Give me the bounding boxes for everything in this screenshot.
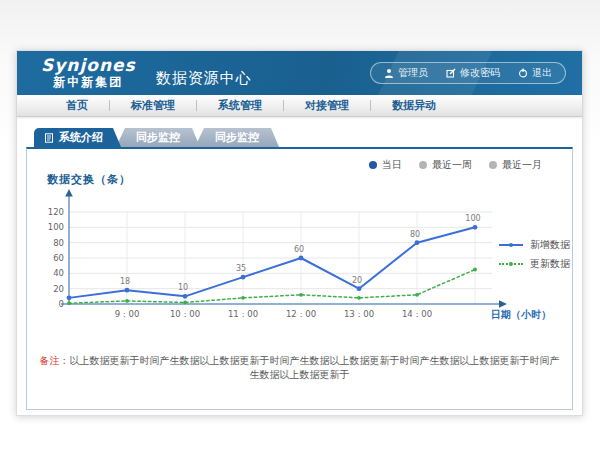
user-icon [384, 68, 394, 78]
series-point[interactable] [299, 256, 304, 261]
tab-1[interactable]: 同步监控 [116, 128, 200, 147]
point-value-label: 20 [352, 276, 362, 285]
tab-0-active[interactable]: 系统介绍 [34, 128, 121, 147]
series-point[interactable] [299, 293, 303, 297]
y-axis-arrow [65, 189, 73, 197]
x-tick-label: 11：00 [228, 309, 258, 319]
radio-dot[interactable] [369, 161, 377, 169]
radio-option-0[interactable]: 当日 [369, 158, 402, 172]
app-header: Synjones 新中新集团 数据资源中心 管理员修改密码退出 [17, 51, 582, 95]
x-axis-arrow [499, 300, 507, 308]
y-tick-label: 20 [53, 284, 64, 294]
series-point[interactable] [473, 225, 478, 230]
user-menu-label: 修改密码 [460, 66, 500, 80]
footnote-prefix: 备注： [40, 355, 70, 366]
series-line-1 [69, 270, 475, 304]
logo-text-cn: 新中新集团 [41, 76, 136, 90]
series-point[interactable] [415, 240, 420, 245]
point-value-label: 18 [120, 277, 130, 286]
series-point[interactable] [183, 301, 187, 305]
series-point[interactable] [67, 295, 72, 300]
tab-label: 系统介绍 [59, 128, 103, 147]
nav-item-3[interactable]: 对接管理 [284, 98, 370, 113]
footnote-text: 以上数据更新于时间产生数据以上数据更新于时间产生数据以上数据更新于时间产生数据以… [70, 355, 560, 380]
y-tick-label: 80 [53, 238, 64, 248]
series-point[interactable] [357, 296, 361, 300]
radio-label: 当日 [382, 158, 402, 172]
series-point[interactable] [357, 286, 362, 291]
series-point[interactable] [125, 288, 130, 293]
footnote: 备注：以上数据更新于时间产生数据以上数据更新于时间产生数据以上数据更新于时间产生… [37, 354, 562, 382]
y-tick-label: 100 [48, 222, 64, 232]
series-point[interactable] [241, 275, 246, 280]
y-tick-label: 40 [53, 268, 64, 278]
app-window: Synjones 新中新集团 数据资源中心 管理员修改密码退出 首页标准管理系统… [16, 50, 583, 416]
nav-item-1[interactable]: 标准管理 [110, 98, 196, 113]
series-point[interactable] [415, 293, 419, 297]
legend-label: 更新数据 [530, 257, 570, 271]
radio-dot[interactable] [419, 161, 427, 169]
series-point[interactable] [125, 299, 129, 303]
chart-panel: 当日最近一周最近一月 数据交换（条） 0204060801001209：0010… [26, 147, 573, 410]
point-value-label: 60 [294, 245, 304, 254]
radio-label: 最近一月 [502, 158, 542, 172]
y-axis-title: 数据交换（条） [47, 172, 131, 187]
logo-text-en: Synjones [41, 56, 136, 76]
user-menu-item-0[interactable]: 管理员 [375, 66, 437, 80]
tab-label: 同步监控 [215, 131, 259, 144]
series-legend: 新增数据更新数据 [499, 235, 570, 273]
tab-bar: 系统介绍同步监控同步监控 [34, 128, 279, 147]
document-icon [44, 133, 54, 143]
legend-item-0[interactable]: 新增数据 [499, 235, 570, 254]
x-tick-label: 12：00 [286, 309, 316, 319]
x-axis-title: 日期（小时） [491, 309, 551, 320]
point-value-label: 100 [465, 214, 480, 223]
y-tick-label: 0 [59, 299, 64, 309]
tab-label: 同步监控 [136, 131, 180, 144]
tab-2[interactable]: 同步监控 [195, 128, 279, 147]
legend-line-sample [499, 244, 523, 246]
point-value-label: 35 [236, 264, 246, 273]
series-point[interactable] [183, 294, 188, 299]
user-menu-label: 管理员 [398, 66, 428, 80]
time-range-filter: 当日最近一周最近一月 [369, 158, 542, 172]
x-tick-label: 14：00 [402, 309, 432, 319]
series-point[interactable] [473, 268, 477, 272]
x-tick-label: 13：00 [344, 309, 374, 319]
point-value-label: 10 [178, 283, 188, 292]
radio-option-1[interactable]: 最近一周 [419, 158, 472, 172]
user-menu: 管理员修改密码退出 [370, 62, 566, 84]
y-tick-label: 120 [48, 207, 64, 217]
radio-label: 最近一周 [432, 158, 472, 172]
radio-dot[interactable] [489, 161, 497, 169]
series-point[interactable] [67, 301, 71, 305]
legend-label: 新增数据 [530, 238, 570, 252]
logout-icon [518, 68, 528, 78]
nav-item-4[interactable]: 数据异动 [371, 98, 457, 113]
page-title: 数据资源中心 [156, 69, 252, 88]
nav-item-2[interactable]: 系统管理 [197, 98, 283, 113]
series-point[interactable] [241, 296, 245, 300]
user-menu-item-1[interactable]: 修改密码 [437, 66, 509, 80]
point-value-label: 80 [410, 230, 420, 239]
nav-item-0[interactable]: 首页 [45, 98, 109, 113]
legend-line-sample [499, 263, 523, 265]
user-menu-label: 退出 [532, 66, 552, 80]
x-tick-label: 9：00 [115, 309, 140, 319]
edit-password-icon [446, 68, 456, 78]
content-area: 系统介绍同步监控同步监控 当日最近一周最近一月 数据交换（条） 02040608… [17, 118, 582, 415]
legend-item-1[interactable]: 更新数据 [499, 254, 570, 273]
company-logo: Synjones 新中新集团 [41, 56, 136, 89]
line-chart: 0204060801001209：0010：0011：0012：0013：001… [37, 189, 567, 339]
user-menu-item-2[interactable]: 退出 [509, 66, 561, 80]
main-nav: 首页标准管理系统管理对接管理数据异动 [17, 95, 582, 117]
y-tick-label: 60 [53, 253, 64, 263]
radio-option-2[interactable]: 最近一月 [489, 158, 542, 172]
x-tick-label: 10：00 [170, 309, 200, 319]
